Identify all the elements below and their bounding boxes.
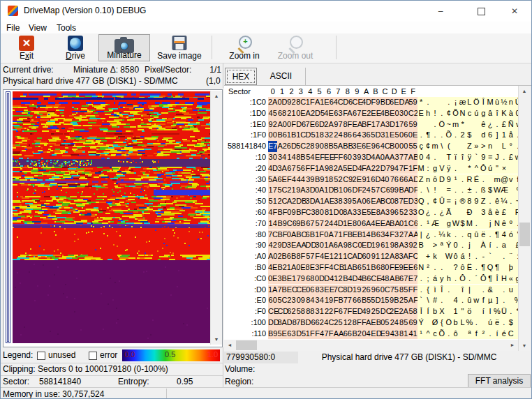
hex-byte[interactable]: 1C (343, 251, 352, 262)
hex-byte[interactable]: 5A (353, 196, 362, 207)
hex-byte[interactable]: 34 (315, 295, 324, 306)
hex-byte[interactable]: 60 (268, 295, 277, 306)
hex-hscroll-thumb[interactable] (236, 340, 257, 350)
ascii-char[interactable]: Ô (459, 273, 466, 285)
ascii-char[interactable]: Õ (452, 108, 459, 119)
ascii-char[interactable]: N (459, 108, 466, 119)
hex-byte[interactable]: 39 (306, 174, 315, 186)
hex-byte[interactable]: 91 (362, 174, 371, 186)
ascii-char[interactable]: . (459, 229, 466, 241)
hex-byte[interactable]: 7E (306, 119, 315, 130)
ascii-char[interactable]: Z (480, 196, 487, 207)
hex-byte[interactable]: 5E (343, 163, 352, 174)
ascii-char[interactable]: X (438, 306, 445, 317)
hex-byte[interactable]: 43 (390, 329, 399, 340)
ascii-char[interactable]: . (501, 152, 508, 163)
hex-byte[interactable]: 5C (277, 295, 286, 306)
hex-byte[interactable]: 83 (315, 285, 324, 296)
hex-byte[interactable]: 8E (306, 262, 315, 273)
hex-byte[interactable]: 3E (353, 141, 362, 152)
hex-byte[interactable]: 5C (296, 141, 305, 152)
hex-byte[interactable]: BC (296, 229, 305, 241)
maximize-button[interactable] (464, 1, 498, 22)
hex-byte[interactable]: 5A (268, 174, 277, 186)
hex-byte[interactable]: 92 (268, 119, 277, 130)
ascii-char[interactable]: O (418, 207, 424, 218)
hex-byte[interactable]: AA (296, 240, 305, 251)
hex-byte[interactable]: 4C (324, 317, 333, 329)
ascii-char[interactable]: ª (466, 329, 473, 340)
hex-byte[interactable]: E8 (371, 207, 380, 218)
hex-byte[interactable]: 4C (334, 97, 343, 108)
ascii-char[interactable]: 4 (424, 152, 431, 163)
hex-byte[interactable]: A3 (380, 119, 390, 130)
hex-byte[interactable]: 79 (296, 273, 305, 285)
ascii-char[interactable]: ¶ (480, 262, 487, 273)
ascii-char[interactable]: ¶ (494, 262, 501, 273)
hex-byte[interactable]: F4 (315, 251, 324, 262)
hex-hscrollbar[interactable]: ◄ ► (224, 340, 518, 351)
hex-byte[interactable]: FF (334, 152, 343, 163)
hex-byte[interactable]: 9B (390, 295, 399, 306)
ascii-char[interactable]: . (438, 295, 445, 306)
ascii-char[interactable]: Ð (466, 207, 473, 218)
hex-byte[interactable]: EA (380, 218, 390, 229)
hex-byte[interactable]: 98 (324, 163, 333, 174)
ascii-char[interactable]: W (445, 251, 452, 262)
hex-byte[interactable]: 14 (287, 152, 296, 163)
ascii-char[interactable]: g (431, 163, 438, 174)
hex-byte[interactable]: D6 (296, 119, 305, 130)
hex-byte[interactable]: 8A (343, 207, 352, 218)
ascii-char[interactable]: ] (494, 130, 501, 141)
hex-scroll-right-icon[interactable]: ► (507, 340, 518, 350)
hex-byte[interactable]: 60 (362, 251, 371, 262)
ascii-char[interactable]: | (466, 285, 473, 296)
hex-byte[interactable]: 0A (380, 152, 390, 163)
hex-byte[interactable]: BB (343, 141, 352, 152)
ascii-char[interactable]: M (466, 218, 473, 229)
ascii-char[interactable]: b (431, 306, 438, 317)
ascii-char[interactable]: . (508, 196, 515, 207)
hex-byte[interactable]: 18 (324, 174, 333, 186)
ascii-char[interactable]: 3 (480, 207, 487, 218)
hex-byte[interactable]: FE (390, 262, 399, 273)
hex-byte[interactable]: 67 (306, 218, 315, 229)
ascii-char[interactable]: f (473, 329, 480, 340)
ascii-char[interactable]: . (452, 130, 459, 141)
hex-byte[interactable]: AD (353, 251, 362, 262)
ascii-char[interactable]: ö (466, 306, 473, 317)
ascii-char[interactable]: & (487, 285, 494, 296)
ascii-char[interactable]: Æ (431, 218, 438, 229)
hex-byte[interactable]: 28 (306, 141, 315, 152)
hex-byte[interactable]: 44 (296, 174, 305, 186)
hex-byte[interactable]: 12 (334, 273, 343, 285)
ascii-char[interactable]: 9 (445, 174, 452, 186)
ascii-char[interactable]: d (480, 130, 487, 141)
ascii-char[interactable]: . (438, 130, 445, 141)
ascii-char[interactable]: \ (424, 295, 431, 306)
hex-byte[interactable]: AD (408, 174, 418, 186)
ascii-char[interactable]: . (473, 185, 480, 196)
ascii-char[interactable]: â (487, 108, 494, 119)
ascii-char[interactable]: ¢ (445, 108, 452, 119)
hex-byte[interactable]: A1 (315, 196, 324, 207)
ascii-char[interactable]: u (508, 285, 515, 296)
hex-byte[interactable]: BC (380, 196, 390, 207)
hex-byte[interactable]: E5 (362, 207, 371, 218)
hex-byte[interactable]: 21 (287, 185, 296, 196)
ascii-char[interactable]: $ (466, 130, 473, 141)
ascii-char[interactable]: Ö (473, 97, 480, 108)
hex-byte[interactable]: 76 (390, 174, 399, 186)
ascii-char[interactable]: . (508, 306, 515, 317)
hex-byte[interactable]: 67 (287, 163, 296, 174)
ascii-char[interactable]: + (424, 251, 431, 262)
ascii-char[interactable]: ï (452, 152, 459, 163)
ascii-char[interactable]: @ (501, 174, 508, 186)
ascii-char[interactable]: n (508, 97, 515, 108)
hex-byte[interactable]: 7B (296, 317, 305, 329)
hex-byte[interactable]: 48 (380, 273, 390, 285)
hex-byte[interactable]: EA (353, 119, 362, 130)
ascii-char[interactable]: % (466, 317, 473, 329)
ascii-char[interactable]: $ (508, 317, 515, 329)
ascii-char[interactable]: D (438, 174, 445, 186)
